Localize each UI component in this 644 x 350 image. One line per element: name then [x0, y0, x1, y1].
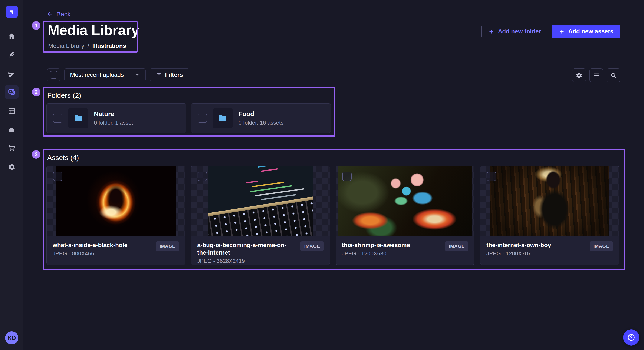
paper-plane-icon	[8, 70, 16, 78]
arrow-left-icon	[46, 11, 53, 18]
asset-checkbox[interactable]	[53, 172, 62, 181]
sidebar-item-home[interactable]	[5, 29, 18, 43]
mantis-shrimp-photo	[338, 166, 472, 236]
gear-icon	[8, 163, 16, 171]
plus-icon	[559, 29, 564, 34]
layout-icon	[8, 107, 16, 115]
cloud-icon	[8, 126, 16, 134]
asset-card-internets-own-boy[interactable]: the-internet-s-own-boy JPEG - 1200X707 I…	[480, 166, 619, 265]
asset-texts: what-s-inside-a-black-hole JPEG - 800X46…	[52, 241, 128, 257]
asset-meta: JPEG - 800X466	[52, 250, 128, 257]
sidebar-item-media-library[interactable]	[5, 85, 18, 99]
plus-icon	[488, 29, 494, 34]
breadcrumb-separator: /	[88, 42, 89, 49]
filters-button[interactable]: Filters	[150, 68, 189, 81]
asset-name: this-shrimp-is-awesome	[342, 241, 410, 249]
asset-texts: a-bug-is-becoming-a-meme-on-the-internet…	[197, 241, 297, 264]
assets-heading: Assets (4)	[47, 154, 79, 162]
sidebar-item-marketplace[interactable]	[5, 142, 18, 155]
folder-tile	[68, 108, 88, 128]
asset-type-badge: IMAGE	[445, 241, 468, 251]
list-view-button[interactable]	[590, 68, 603, 82]
sidebar-item-deploy[interactable]	[5, 123, 18, 137]
folder-texts: Food 0 folder, 16 assets	[238, 110, 284, 126]
folder-tile	[213, 108, 233, 128]
folders-heading: Folders (2)	[47, 91, 81, 100]
asset-info: a-bug-is-becoming-a-meme-on-the-internet…	[191, 236, 330, 264]
asset-name: what-s-inside-a-black-hole	[52, 241, 128, 249]
asset-list: what-s-inside-a-black-hole JPEG - 800X46…	[46, 166, 619, 265]
view-options	[572, 68, 620, 82]
asset-thumbnail-area	[480, 166, 619, 236]
asset-thumbnail-area	[47, 166, 185, 236]
breadcrumb-parent[interactable]: Media Library	[48, 42, 84, 49]
asset-type-badge: IMAGE	[300, 241, 324, 251]
folder-checkbox[interactable]	[53, 114, 62, 123]
help-button[interactable]	[623, 329, 639, 346]
asset-meta: JPEG - 3628X2419	[197, 258, 297, 264]
asset-checkbox[interactable]	[198, 172, 207, 181]
library-portrait-photo	[490, 166, 609, 236]
user-avatar[interactable]: KD	[5, 331, 18, 345]
asset-checkbox[interactable]	[342, 172, 352, 181]
folder-icon	[218, 113, 228, 123]
asset-info: this-shrimp-is-awesome JPEG - 1200X630 I…	[336, 236, 474, 257]
folder-list: Nature 0 folder, 1 asset Food 0 folder, …	[46, 103, 331, 133]
sidebar: KD	[0, 0, 24, 350]
search-button[interactable]	[607, 68, 620, 82]
asset-texts: this-shrimp-is-awesome JPEG - 1200X630	[342, 241, 410, 257]
home-icon	[8, 32, 16, 40]
select-all-checkbox-wrapper[interactable]	[47, 68, 60, 81]
sort-dropdown[interactable]: Most recent uploads	[64, 68, 146, 81]
folder-card-nature[interactable]: Nature 0 folder, 1 asset	[46, 103, 186, 133]
sidebar-item-releases[interactable]	[5, 67, 18, 81]
folder-name: Nature	[94, 110, 133, 118]
asset-card-bug-meme[interactable]: a-bug-is-becoming-a-meme-on-the-internet…	[191, 166, 330, 265]
search-icon	[610, 72, 617, 79]
list-icon	[593, 72, 600, 79]
sidebar-item-content-type-builder[interactable]	[5, 104, 18, 118]
asset-info: the-internet-s-own-boy JPEG - 1200X707 I…	[480, 236, 619, 257]
asset-type-badge: IMAGE	[156, 241, 179, 251]
folder-meta: 0 folder, 1 asset	[94, 120, 133, 126]
configure-view-button[interactable]	[572, 68, 586, 82]
asset-thumbnail-area	[336, 166, 474, 236]
filter-icon	[156, 72, 162, 78]
sidebar-item-content[interactable]	[5, 48, 18, 62]
asset-card-black-hole[interactable]: what-s-inside-a-black-hole JPEG - 800X46…	[46, 166, 185, 265]
asset-meta: JPEG - 1200X630	[342, 250, 410, 257]
feather-icon	[8, 51, 16, 59]
media-library-icon	[8, 88, 16, 96]
folder-icon	[73, 113, 83, 123]
cart-icon	[8, 145, 16, 152]
header-actions: Add new folder Add new assets	[481, 25, 620, 38]
filters-label: Filters	[165, 71, 183, 78]
annotation-badge-2: 2	[32, 88, 40, 96]
asset-name: the-internet-s-own-boy	[486, 241, 551, 249]
sort-dropdown-value: Most recent uploads	[70, 71, 124, 78]
sidebar-item-settings[interactable]	[5, 160, 18, 174]
gear-icon	[576, 72, 582, 79]
add-new-folder-button[interactable]: Add new folder	[481, 25, 548, 38]
question-mark-icon	[627, 333, 636, 342]
strapi-logo-icon	[8, 8, 15, 15]
asset-info: what-s-inside-a-black-hole JPEG - 800X46…	[47, 236, 185, 257]
asset-checkbox[interactable]	[487, 172, 496, 181]
asset-meta: JPEG - 1200X707	[486, 250, 551, 257]
folder-texts: Nature 0 folder, 1 asset	[94, 110, 133, 126]
strapi-logo[interactable]	[6, 6, 18, 18]
back-label: Back	[56, 11, 71, 18]
folder-card-food[interactable]: Food 0 folder, 16 assets	[191, 103, 331, 133]
annotation-badge-3: 3	[32, 150, 40, 159]
media-library-page: KD Back Media Library Media Library / Il…	[0, 0, 644, 350]
back-link[interactable]: Back	[46, 11, 71, 18]
select-all-checkbox[interactable]	[50, 71, 58, 79]
asset-card-shrimp[interactable]: this-shrimp-is-awesome JPEG - 1200X630 I…	[336, 166, 474, 265]
annotation-badge-1: 1	[32, 21, 40, 30]
black-hole-photo	[56, 166, 176, 236]
add-new-assets-button[interactable]: Add new assets	[552, 25, 620, 38]
breadcrumb: Media Library / Illustrations	[48, 42, 126, 49]
folder-checkbox[interactable]	[198, 114, 207, 123]
chevron-down-icon	[135, 72, 140, 77]
asset-texts: the-internet-s-own-boy JPEG - 1200X707	[486, 241, 551, 257]
